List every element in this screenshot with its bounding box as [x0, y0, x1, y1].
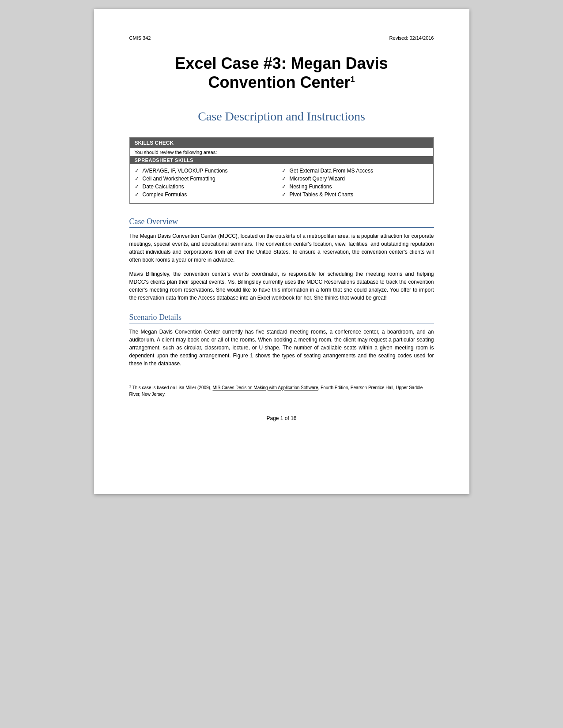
skill-label: Cell and Worksheet Formatting — [143, 176, 215, 182]
footnote-section: 1 This case is based on Lisa Miller (200… — [129, 381, 434, 397]
skill-label: Date Calculations — [143, 184, 184, 190]
main-title: Excel Case #3: Megan Davis Convention Ce… — [129, 54, 434, 92]
overview-paragraph-2: Mavis Billingsley, the convention center… — [129, 270, 434, 302]
skills-col-right: ✓ Get External Data From MS Access ✓ Mic… — [282, 168, 429, 199]
skills-content: ✓ AVERAGE, IF, VLOOKUP Functions ✓ Cell … — [130, 164, 433, 203]
page: CMIS 342 Revised: 02/14/2016 Excel Case … — [94, 9, 469, 494]
skill-item: ✓ Pivot Tables & Pivot Charts — [282, 191, 429, 198]
book-title: MIS Cases Decision Making with Applicati… — [213, 386, 318, 390]
skill-label: Get External Data From MS Access — [290, 168, 373, 174]
check-icon: ✓ — [282, 168, 286, 174]
check-icon: ✓ — [135, 191, 139, 198]
skill-item: ✓ Complex Formulas — [135, 191, 282, 198]
check-icon: ✓ — [135, 176, 139, 182]
superscript: 1 — [351, 75, 355, 84]
skill-item: ✓ Nesting Functions — [282, 184, 429, 190]
footnote-number: 1 — [129, 384, 132, 388]
check-icon: ✓ — [135, 184, 139, 190]
skill-item: ✓ Date Calculations — [135, 184, 282, 190]
overview-paragraph-1: The Megan Davis Convention Center (MDCC)… — [129, 232, 434, 264]
scenario-heading: Scenario Details — [129, 313, 434, 323]
skills-col-left: ✓ AVERAGE, IF, VLOOKUP Functions ✓ Cell … — [135, 168, 282, 199]
skill-item: ✓ Microsoft Query Wizard — [282, 176, 429, 182]
course-label: CMIS 342 — [129, 35, 151, 41]
check-icon: ✓ — [135, 168, 139, 174]
scenario-paragraph-1: The Megan Davis Convention Center curren… — [129, 328, 434, 368]
case-overview-heading: Case Overview — [129, 217, 434, 228]
subtitle: Case Description and Instructions — [129, 109, 434, 124]
check-icon: ✓ — [282, 191, 286, 198]
revised-label: Revised: 02/14/2016 — [389, 35, 434, 41]
skill-label: Pivot Tables & Pivot Charts — [290, 191, 354, 198]
skills-box: SKILLS CHECK You should review the follo… — [129, 137, 434, 204]
skills-subheader: You should review the following areas: — [130, 148, 433, 156]
check-icon: ✓ — [282, 184, 286, 190]
skill-label: AVERAGE, IF, VLOOKUP Functions — [143, 168, 228, 174]
skill-item: ✓ AVERAGE, IF, VLOOKUP Functions — [135, 168, 282, 174]
skill-label: Nesting Functions — [290, 184, 332, 190]
skills-header: SKILLS CHECK — [130, 138, 433, 148]
footnote-text: 1 This case is based on Lisa Miller (200… — [129, 384, 434, 397]
page-number: Page 1 of 16 — [266, 415, 296, 421]
skill-label: Complex Formulas — [143, 191, 187, 198]
main-title-text: Excel Case #3: Megan Davis Convention Ce… — [175, 54, 388, 91]
skills-section-label: SPREADSHEET SKILLS — [130, 156, 433, 164]
check-icon: ✓ — [282, 176, 286, 182]
page-footer: Page 1 of 16 — [129, 415, 434, 421]
page-header: CMIS 342 Revised: 02/14/2016 — [129, 35, 434, 41]
skill-item: ✓ Cell and Worksheet Formatting — [135, 176, 282, 182]
skill-item: ✓ Get External Data From MS Access — [282, 168, 429, 174]
skill-label: Microsoft Query Wizard — [290, 176, 345, 182]
